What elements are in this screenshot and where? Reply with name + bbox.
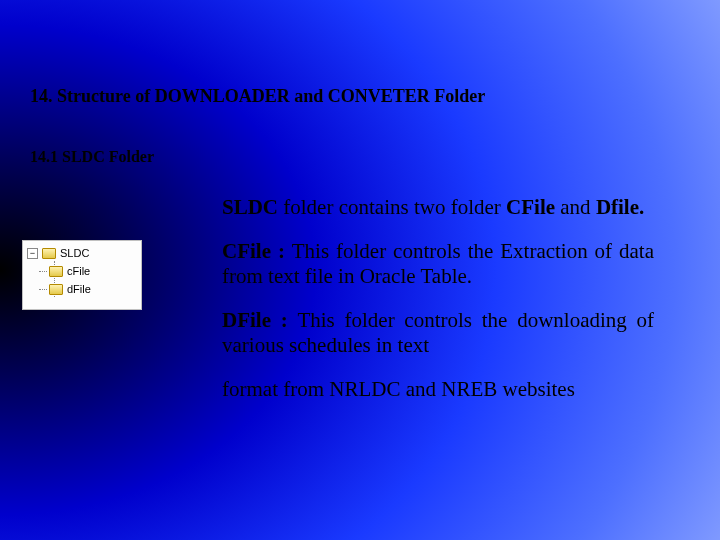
folder-icon — [49, 284, 63, 295]
paragraph-intro: SLDC folder contains two folder CFile an… — [222, 195, 654, 221]
paragraph-dfile: DFile : This folder controls the downloa… — [222, 308, 654, 359]
folder-open-icon — [42, 248, 56, 259]
paragraph-cfile: CFile : This folder controls the Extract… — [222, 239, 654, 290]
tree-child-row: cFile — [49, 262, 137, 280]
tree-child-row: dFile — [49, 280, 137, 298]
tree-root-label: SLDC — [60, 247, 89, 259]
section-heading: 14. Structure of DOWNLOADER and CONVETER… — [30, 86, 485, 107]
folder-tree-image: − SLDC cFile dFile — [22, 240, 142, 310]
tree-child-label: cFile — [67, 265, 90, 277]
tree-collapse-icon: − — [27, 248, 38, 259]
paragraph-dfile-cont: format from NRLDC and NREB websites — [222, 377, 654, 403]
tree-child-label: dFile — [67, 283, 91, 295]
folder-icon — [49, 266, 63, 277]
body-text: SLDC folder contains two folder CFile an… — [222, 195, 654, 403]
subsection-heading: 14.1 SLDC Folder — [30, 148, 154, 166]
tree-root-row: − SLDC — [27, 244, 137, 262]
